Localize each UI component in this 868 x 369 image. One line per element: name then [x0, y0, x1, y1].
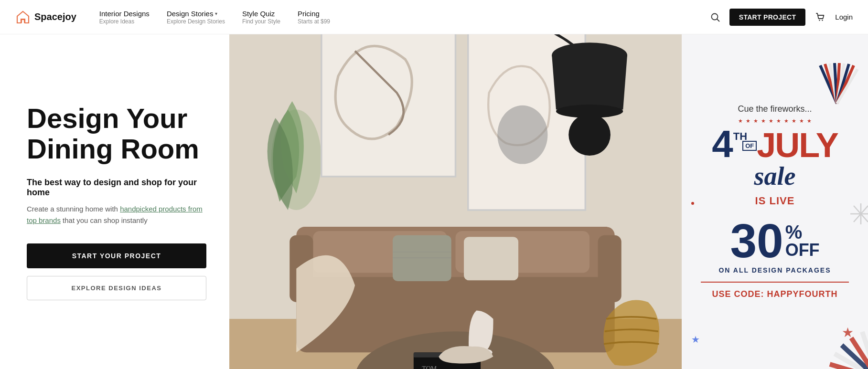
july-text: JULY	[757, 128, 837, 162]
room-image: TOM FORD	[229, 34, 682, 369]
hero-desc-plain: Create a stunning home with	[27, 205, 120, 213]
sale-banner-section: Cue the fireworks... ★★ ★★ ★★ ★★ ★★ 4THO…	[682, 34, 868, 369]
sale-divider	[701, 282, 849, 283]
home-icon	[15, 10, 31, 25]
star-decoration-right: ★	[842, 325, 854, 340]
svg-line-50	[854, 206, 861, 214]
use-code-text: USE CODE: HAPPYFOURTH	[712, 289, 837, 299]
cart-button[interactable]	[815, 12, 825, 22]
hero-desc-end: that you can shop instantly	[61, 216, 148, 224]
nav-design-stories-label: Design Stories	[167, 10, 214, 18]
svg-point-12	[568, 114, 611, 156]
svg-line-1	[717, 19, 719, 21]
search-icon	[710, 12, 720, 22]
chevron-down-icon: ▾	[215, 11, 217, 16]
percent-sign: %	[785, 222, 803, 242]
nav-interior-designs[interactable]: Interior Designs Explore Ideas	[99, 10, 150, 25]
cue-fireworks-text: Cue the fireworks...	[738, 104, 812, 114]
hero-description: Create a stunning home with handpicked p…	[27, 203, 206, 226]
svg-text:TOM: TOM	[422, 365, 437, 369]
explore-design-ideas-button[interactable]: EXPLORE DESIGN IDEAS	[27, 276, 206, 300]
of-label: OF	[742, 141, 757, 151]
discount-row: 30 % OFF	[730, 217, 819, 264]
logo-link[interactable]: Spacejoy	[15, 10, 76, 25]
nav-style-quiz[interactable]: Style Quiz Find your Style	[242, 10, 280, 25]
svg-line-48	[854, 214, 861, 222]
cart-icon	[815, 12, 825, 22]
svg-rect-18	[598, 235, 622, 302]
dot-decoration	[691, 202, 694, 205]
nav-interior-designs-label: Interior Designs	[99, 10, 150, 18]
nav-interior-designs-sub: Explore Ideas	[99, 18, 150, 25]
nav-pricing[interactable]: Pricing Starts at $99	[298, 10, 330, 25]
header: Spacejoy Interior Designs Explore Ideas …	[0, 0, 868, 34]
firework-decoration-top	[815, 63, 858, 106]
hero-section: Design Your Dining Room The best way to …	[0, 34, 229, 369]
on-all-packages-text: ON ALL DESIGN PACKAGES	[718, 266, 831, 274]
nav-design-stories[interactable]: Design Stories ▾ Explore Design Stories	[167, 10, 225, 25]
discount-number: 30	[730, 217, 783, 264]
main-content: Design Your Dining Room The best way to …	[0, 34, 868, 369]
logo-text: Spacejoy	[34, 11, 76, 22]
login-link[interactable]: Login	[835, 13, 853, 21]
nav-pricing-label: Pricing	[298, 10, 320, 18]
header-actions: START PROJECT Login	[710, 9, 853, 26]
start-your-project-button[interactable]: START YOUR PROJECT	[27, 243, 206, 268]
star-decoration-left: ★	[691, 334, 700, 345]
discount-pct-off: % OFF	[785, 222, 820, 264]
is-live-text: IS LIVE	[755, 195, 795, 207]
svg-line-46	[861, 214, 868, 222]
off-label: OFF	[785, 242, 820, 259]
nav-pricing-sub: Starts at $99	[298, 18, 330, 25]
start-project-button[interactable]: START PROJECT	[729, 9, 806, 26]
nav-style-quiz-label: Style Quiz	[242, 10, 275, 18]
search-button[interactable]	[710, 12, 720, 22]
room-illustration: TOM FORD	[229, 34, 682, 369]
fourth-number: 4	[712, 125, 733, 163]
svg-line-44	[861, 206, 868, 214]
fourth-july-line: 4THOFJULY	[712, 125, 837, 163]
nav-design-stories-sub: Explore Design Stories	[167, 18, 225, 25]
svg-rect-7	[321, 34, 456, 177]
svg-rect-22	[464, 237, 518, 280]
july-sale-badge: ★★ ★★ ★★ ★★ ★★ 4THOFJULY sale	[712, 118, 837, 189]
firework-decoration-mid	[849, 202, 868, 226]
svg-point-2	[819, 20, 820, 21]
main-nav: Interior Designs Explore Ideas Design St…	[99, 10, 710, 25]
svg-point-9	[497, 105, 547, 164]
nav-style-quiz-sub: Find your Style	[242, 18, 280, 25]
hero-subtitle: The best way to design and shop for your…	[27, 178, 206, 198]
svg-rect-19	[393, 235, 451, 281]
hero-image-section: TOM FORD	[229, 34, 682, 369]
sale-script-text: sale	[712, 163, 837, 189]
svg-point-3	[822, 20, 823, 21]
hero-title: Design Your Dining Room	[27, 103, 206, 164]
